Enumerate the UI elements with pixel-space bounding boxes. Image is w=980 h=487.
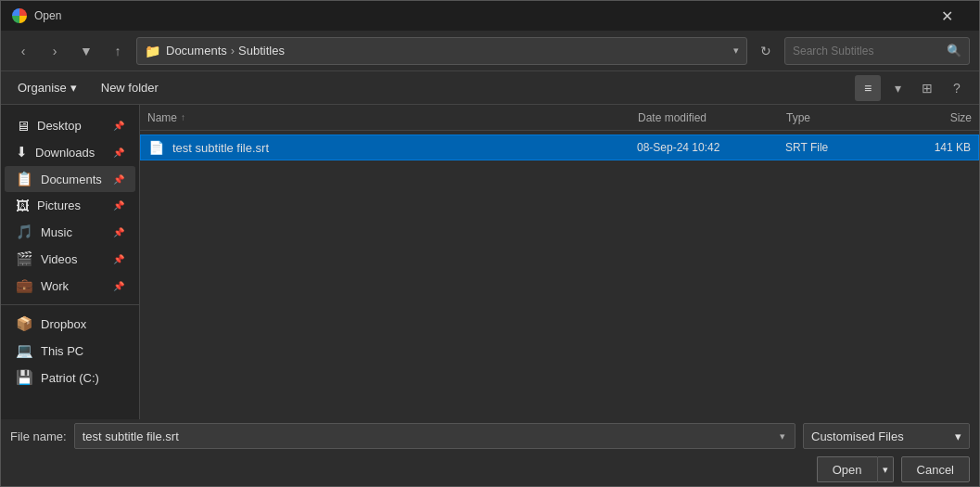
breadcrumb-sep-1: › <box>231 44 235 58</box>
sidebar-item-desktop[interactable]: 🖥 Desktop 📌 <box>5 113 135 138</box>
view-tiles-button[interactable]: ⊞ <box>914 75 940 101</box>
pin-icon-pictures: 📌 <box>113 200 124 211</box>
help-button[interactable]: ? <box>944 75 970 101</box>
up-button[interactable]: ↑ <box>105 38 131 64</box>
sidebar-item-label-videos: Videos <box>41 252 78 266</box>
recent-button[interactable]: ▼ <box>73 38 99 64</box>
breadcrumb: Documents › Subtitles <box>166 44 728 58</box>
filename-dropdown-arrow[interactable]: ▾ <box>770 423 795 449</box>
breadcrumb-documents: Documents <box>166 44 227 58</box>
open-dropdown-button[interactable]: ▾ <box>877 456 894 482</box>
videos-icon: 🎬 <box>16 250 33 267</box>
sidebar-item-label-thispc: This PC <box>41 344 83 358</box>
address-folder-icon: 📁 <box>145 44 160 58</box>
sidebar-item-dropbox[interactable]: 📦 Dropbox <box>5 311 135 337</box>
sidebar-item-downloads[interactable]: ⬇ Downloads 📌 <box>5 139 135 165</box>
file-type-value: Customised Files <box>811 429 904 443</box>
sidebar-item-label-desktop: Desktop <box>37 119 82 133</box>
col-size-label: Size <box>950 111 972 124</box>
search-input[interactable] <box>793 45 941 58</box>
music-icon: 🎵 <box>16 224 33 240</box>
main-area: 🖥 Desktop 📌 ⬇ Downloads 📌 📋 Documents 📌 … <box>1 105 979 419</box>
file-date: 08-Sep-24 10:42 <box>637 141 785 154</box>
file-list-body: 📄 test subtitle file.srt 08-Sep-24 10:42… <box>140 131 979 419</box>
dialog-title: Open <box>34 9 61 22</box>
new-folder-button[interactable]: New folder <box>94 77 166 98</box>
search-box[interactable]: 🔍 <box>784 37 970 65</box>
chrome-icon <box>12 8 27 23</box>
open-button-group: Open ▾ <box>817 456 894 482</box>
sidebar-item-label-work: Work <box>41 279 69 293</box>
sidebar-item-patriotc[interactable]: 💾 Patriot (C:) <box>5 365 135 391</box>
col-name-header[interactable]: Name ↑ <box>147 111 638 124</box>
organise-button[interactable]: Organise ▾ <box>10 77 84 98</box>
organise-arrow: ▾ <box>70 81 77 95</box>
file-area: Name ↑ Date modified Type Size 📄 test su… <box>140 105 979 419</box>
open-button[interactable]: Open <box>817 456 877 482</box>
title-bar: Open ✕ <box>1 1 979 31</box>
sidebar-item-videos[interactable]: 🎬 Videos 📌 <box>5 246 135 272</box>
address-bar[interactable]: 📁 Documents › Subtitles ▾ <box>136 37 747 65</box>
organise-label: Organise <box>18 81 67 95</box>
file-size: 141 KB <box>897 141 971 154</box>
patriotc-icon: 💾 <box>16 369 33 386</box>
pin-icon-downloads: 📌 <box>113 147 124 158</box>
sidebar-item-work[interactable]: 💼 Work 📌 <box>5 273 135 299</box>
sidebar-item-label-pictures: Pictures <box>37 199 81 212</box>
breadcrumb-subtitles: Subtitles <box>238 44 285 58</box>
pin-icon-desktop: 📌 <box>113 121 124 131</box>
view-details-button[interactable]: ≡ <box>855 75 881 101</box>
open-dialog: Open ✕ ‹ › ▼ ↑ 📁 Documents › Subtitles ▾… <box>0 0 980 487</box>
file-type-cell: SRT File <box>785 141 897 154</box>
sidebar-item-label-documents: Documents <box>41 173 102 186</box>
desktop-icon: 🖥 <box>16 118 30 134</box>
cancel-button[interactable]: Cancel <box>901 456 970 482</box>
file-name: test subtitle file.srt <box>172 141 637 155</box>
toolbar: ‹ › ▼ ↑ 📁 Documents › Subtitles ▾ ↻ 🔍 <box>1 31 979 71</box>
file-icon: 📄 <box>148 140 167 155</box>
sidebar-item-documents[interactable]: 📋 Documents 📌 <box>5 166 135 192</box>
sidebar-item-thispc[interactable]: 💻 This PC <box>5 338 135 364</box>
col-type-header[interactable]: Type <box>786 111 897 124</box>
thispc-icon: 💻 <box>16 342 33 359</box>
close-button[interactable]: ✕ <box>925 1 968 31</box>
back-button[interactable]: ‹ <box>10 38 36 64</box>
new-folder-label: New folder <box>101 81 159 95</box>
file-type-select[interactable]: Customised Files ▾ <box>803 423 970 449</box>
pin-icon-music: 📌 <box>113 227 124 237</box>
sort-arrow: ↑ <box>181 112 185 122</box>
search-icon: 🔍 <box>947 44 961 58</box>
col-size-header[interactable]: Size <box>897 111 972 124</box>
sidebar-item-label-patriotc: Patriot (C:) <box>41 371 99 385</box>
bottom-row-actions: Open ▾ Cancel <box>1 453 979 486</box>
file-name-input[interactable] <box>74 423 795 449</box>
title-bar-left: Open <box>12 8 61 23</box>
sidebar-item-music[interactable]: 🎵 Music 📌 <box>5 219 135 245</box>
table-row[interactable]: 📄 test subtitle file.srt 08-Sep-24 10:42… <box>140 135 979 160</box>
file-name-input-wrap: ▾ <box>74 423 795 449</box>
address-dropdown-arrow[interactable]: ▾ <box>733 45 739 57</box>
sidebar: 🖥 Desktop 📌 ⬇ Downloads 📌 📋 Documents 📌 … <box>1 105 140 419</box>
view-buttons: ≡ ▾ ⊞ ? <box>855 75 970 101</box>
sidebar-item-label-music: Music <box>41 225 72 239</box>
sidebar-item-label-dropbox: Dropbox <box>41 317 86 331</box>
file-name-label: File name: <box>10 429 67 443</box>
col-date-label: Date modified <box>638 111 706 124</box>
pictures-icon: 🖼 <box>16 198 30 213</box>
forward-button[interactable]: › <box>42 38 68 64</box>
sidebar-item-pictures[interactable]: 🖼 Pictures 📌 <box>5 193 135 218</box>
work-icon: 💼 <box>16 277 33 294</box>
file-list-header: Name ↑ Date modified Type Size <box>140 105 979 131</box>
bottom-rows: File name: ▾ Customised Files ▾ Open ▾ C… <box>1 419 979 486</box>
view-dropdown-button[interactable]: ▾ <box>885 75 910 101</box>
col-type-label: Type <box>786 111 810 124</box>
col-name-label: Name <box>147 111 177 124</box>
sidebar-item-label-downloads: Downloads <box>35 146 95 160</box>
file-type-dropdown-arrow: ▾ <box>955 429 961 443</box>
downloads-icon: ⬇ <box>16 144 28 160</box>
col-date-header[interactable]: Date modified <box>638 111 786 124</box>
bottom-row-filename: File name: ▾ Customised Files ▾ <box>1 419 979 453</box>
refresh-button[interactable]: ↻ <box>753 38 779 64</box>
pin-icon-work: 📌 <box>113 281 124 291</box>
pin-icon-videos: 📌 <box>113 254 124 264</box>
